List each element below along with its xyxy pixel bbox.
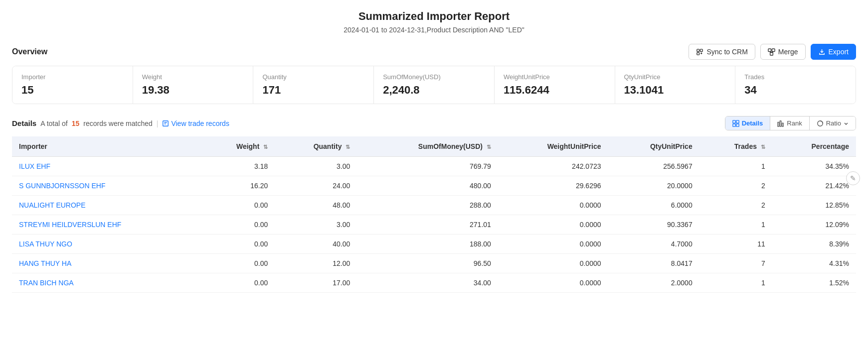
col-header-trades[interactable]: Trades ⇅ <box>699 136 772 157</box>
toggle-details-button[interactable]: Details <box>725 117 771 130</box>
table-cell: 480.00 <box>357 176 498 196</box>
table-cell: 29.6296 <box>498 176 608 196</box>
table-header-row: ImporterWeight ⇅Quantity ⇅SumOfMoney(USD… <box>12 136 856 157</box>
table-cell: 0.00 <box>201 254 275 273</box>
col-header-importer: Importer <box>12 136 201 157</box>
table-cell: 24.00 <box>275 176 357 196</box>
importer-name[interactable]: S GUNNBJORNSSON EHF <box>12 176 201 196</box>
page-subtitle: 2024-01-01 to 2024-12-31,Product Descrip… <box>12 26 856 34</box>
table-cell: 40.00 <box>275 235 357 254</box>
svg-rect-3 <box>768 48 771 51</box>
svg-rect-4 <box>772 48 775 51</box>
stat-value: 19.38 <box>142 84 244 97</box>
stat-label: SumOfMoney(USD) <box>383 73 485 81</box>
sort-icon: ⇅ <box>761 144 765 150</box>
stat-card-weight: Weight19.38 <box>133 66 254 104</box>
sync-crm-button[interactable]: Sync to CRM <box>689 44 755 60</box>
table-cell: 8.39% <box>772 235 856 254</box>
table-cell: 21.42% <box>772 176 856 196</box>
table-cell: 2.0000 <box>608 273 699 293</box>
table-cell: 8.0417 <box>608 254 699 273</box>
view-toggle: Details Rank Ratio <box>725 116 856 130</box>
importer-name[interactable]: STREYMI HEILDVERSLUN EHF <box>12 215 201 235</box>
ratio-icon <box>817 120 824 127</box>
table-cell: 34.00 <box>357 273 498 293</box>
stat-value: 15 <box>21 84 124 97</box>
table-cell: 0.0000 <box>498 254 608 273</box>
svg-rect-7 <box>733 120 735 122</box>
table-cell: 242.0723 <box>498 157 608 176</box>
stat-label: Trades <box>744 73 847 81</box>
col-header-qtyunitprice: QtyUnitPrice <box>608 136 699 157</box>
stat-value: 13.1041 <box>624 84 726 97</box>
table-cell: 12.00 <box>275 254 357 273</box>
stat-label: Importer <box>21 73 124 81</box>
stat-card-quantity: Quantity171 <box>253 66 374 104</box>
sort-icon: ⇅ <box>263 144 268 150</box>
stat-label: QtyUnitPrice <box>624 73 726 81</box>
svg-rect-5 <box>770 52 773 55</box>
merge-button[interactable]: Merge <box>760 44 806 60</box>
stat-label: Quantity <box>262 73 364 81</box>
table-cell: 7 <box>699 254 772 273</box>
table-cell: 3.00 <box>275 215 357 235</box>
merge-icon <box>768 48 775 56</box>
stat-card-importer: Importer15 <box>12 66 133 104</box>
stats-row: Importer15Weight19.38Quantity171SumOfMon… <box>12 66 856 104</box>
table-cell: 16.20 <box>201 176 275 196</box>
table-cell: 271.01 <box>357 215 498 235</box>
table-row: HANG THUY HA0.0012.0096.500.00008.041774… <box>12 254 856 273</box>
data-table: ImporterWeight ⇅Quantity ⇅SumOfMoney(USD… <box>12 136 856 293</box>
export-icon <box>818 48 826 56</box>
importer-name[interactable]: NUALIGHT EUROPE <box>12 196 201 215</box>
export-button[interactable]: Export <box>811 44 856 60</box>
sort-icon: ⇅ <box>487 144 491 150</box>
table-cell: 1 <box>699 157 772 176</box>
toggle-ratio-button[interactable]: Ratio <box>810 117 856 130</box>
svg-rect-11 <box>778 122 779 126</box>
scroll-circle: ✎ <box>846 171 860 185</box>
records-icon <box>162 120 169 127</box>
chevron-down-icon <box>844 121 849 126</box>
toggle-rank-button[interactable]: Rank <box>770 117 809 130</box>
table-cell: 90.3367 <box>608 215 699 235</box>
table-cell: 256.5967 <box>608 157 699 176</box>
view-trade-records-link[interactable]: View trade records <box>162 119 229 127</box>
table-cell: 0.0000 <box>498 235 608 254</box>
col-header-sumofmoney-usd-[interactable]: SumOfMoney(USD) ⇅ <box>357 136 498 157</box>
details-suffix: records were matched <box>83 119 153 127</box>
table-cell: 12.85% <box>772 196 856 215</box>
svg-rect-13 <box>782 123 784 126</box>
stat-label: Weight <box>142 73 244 81</box>
stat-card-weightunitprice: WeightUnitPrice115.6244 <box>495 66 615 104</box>
table-cell: 0.0000 <box>498 273 608 293</box>
table-cell: 11 <box>699 235 772 254</box>
table-cell: 0.00 <box>201 215 275 235</box>
table-cell: 0.00 <box>201 235 275 254</box>
table-cell: 48.00 <box>275 196 357 215</box>
details-grid-icon <box>732 120 739 127</box>
table-cell: 769.79 <box>357 157 498 176</box>
col-header-weightunitprice: WeightUnitPrice <box>498 136 608 157</box>
table-cell: 4.7000 <box>608 235 699 254</box>
svg-rect-10 <box>736 123 739 126</box>
importer-name[interactable]: TRAN BICH NGA <box>12 273 201 293</box>
svg-rect-12 <box>780 120 782 126</box>
table-cell: 188.00 <box>357 235 498 254</box>
table-row: NUALIGHT EUROPE0.0048.00288.000.00006.00… <box>12 196 856 215</box>
table-cell: 0.0000 <box>498 196 608 215</box>
importer-name[interactable]: LISA THUY NGO <box>12 235 201 254</box>
svg-rect-8 <box>736 120 739 122</box>
importer-name[interactable]: HANG THUY HA <box>12 254 201 273</box>
importer-name[interactable]: ILUX EHF <box>12 157 201 176</box>
col-header-quantity[interactable]: Quantity ⇅ <box>275 136 357 157</box>
table-row: S GUNNBJORNSSON EHF16.2024.00480.0029.62… <box>12 176 856 196</box>
separator: | <box>157 119 159 127</box>
table-cell: 12.09% <box>772 215 856 235</box>
sort-icon: ⇅ <box>346 144 350 150</box>
rank-icon <box>777 120 784 127</box>
col-header-weight[interactable]: Weight ⇅ <box>201 136 275 157</box>
table-cell: 0.00 <box>201 273 275 293</box>
details-prefix: A total of <box>40 119 67 127</box>
table-row: TRAN BICH NGA0.0017.0034.000.00002.00001… <box>12 273 856 293</box>
